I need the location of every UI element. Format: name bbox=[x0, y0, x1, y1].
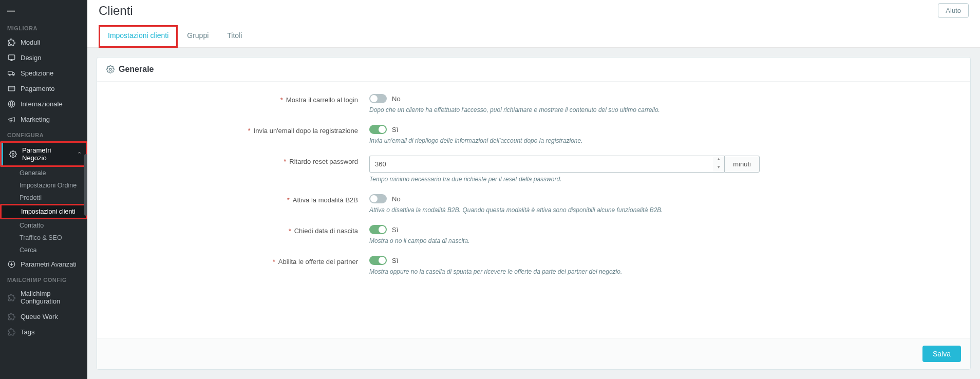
card-icon bbox=[7, 84, 15, 92]
nav-sub-cerca[interactable]: Cerca bbox=[0, 244, 87, 256]
globe-icon bbox=[7, 100, 15, 108]
help-button[interactable]: Aiuto bbox=[938, 3, 969, 18]
svg-rect-0 bbox=[8, 54, 15, 59]
nav-item-queue-work[interactable]: Queue Work bbox=[0, 309, 87, 324]
nav-label: Tags bbox=[21, 328, 83, 336]
nav-item-pagamento[interactable]: Pagamento bbox=[0, 81, 87, 96]
toggle-text-partner: Sì bbox=[392, 257, 398, 264]
nav-label: Moduli bbox=[21, 39, 83, 46]
input-unit-reset_delay: minuti bbox=[724, 156, 760, 173]
plus-circle-icon bbox=[7, 260, 15, 268]
nav-label: Pagamento bbox=[21, 85, 83, 92]
toggle-cart_login[interactable] bbox=[369, 94, 387, 103]
monitor-icon bbox=[7, 53, 15, 62]
svg-point-5 bbox=[13, 74, 14, 76]
sidebar: — MIGLIORAModuliDesignSpedizionePagament… bbox=[0, 0, 87, 379]
nav-item-parametri-negozio[interactable]: Parametri Negozio⌃ bbox=[0, 141, 87, 167]
scrollbar[interactable] bbox=[84, 154, 87, 216]
puzzle-dim-icon bbox=[7, 293, 15, 301]
svg-point-14 bbox=[109, 68, 111, 70]
nav-label: Internazionale bbox=[21, 100, 83, 108]
help-reset_delay: Tempo minimo necessario tra due richiest… bbox=[369, 176, 760, 183]
tab-titoli[interactable]: Titoli bbox=[218, 25, 251, 47]
nav-label: Mailchimp Configuration bbox=[21, 290, 83, 305]
nav-item-moduli[interactable]: Moduli bbox=[0, 34, 87, 50]
nav-item-design[interactable]: Design bbox=[0, 50, 87, 65]
nav-sub-impostazioni-clienti[interactable]: Impostazioni clienti bbox=[0, 204, 87, 219]
gear-icon bbox=[106, 65, 115, 73]
tab-impostazioni-clienti[interactable]: Impostazioni clienti bbox=[99, 25, 178, 48]
puzzle-dim-icon bbox=[7, 328, 15, 336]
megaphone-icon bbox=[7, 115, 15, 123]
svg-point-10 bbox=[12, 153, 14, 155]
puzzle-dim-icon bbox=[7, 312, 15, 320]
help-b2b: Attiva o disattiva la modalità B2B. Quan… bbox=[369, 206, 760, 214]
nav-label: Marketing bbox=[21, 116, 83, 123]
help-birthdate: Mostra o no il campo data di nascita. bbox=[369, 237, 760, 244]
field-label-partner: Abilita le offerte dei partner bbox=[278, 258, 358, 266]
toggle-partner[interactable] bbox=[369, 256, 387, 265]
nav-sub-prodotti[interactable]: Prodotti bbox=[0, 192, 87, 204]
collapse-icon[interactable]: — bbox=[0, 4, 87, 20]
nav-item-internazionale[interactable]: Internazionale bbox=[0, 96, 87, 111]
chevron-up-icon: ⌃ bbox=[77, 151, 82, 158]
nav-sub-impostazioni-ordine[interactable]: Impostazioni Ordine bbox=[0, 179, 87, 192]
nav-item-spedizione[interactable]: Spedizione bbox=[0, 65, 87, 81]
input-reset_delay[interactable] bbox=[369, 156, 713, 173]
toggle-text-cart_login: No bbox=[392, 95, 401, 103]
help-partner: Mostra oppure no la casella di spunta pe… bbox=[369, 268, 760, 275]
tab-gruppi[interactable]: Gruppi bbox=[178, 25, 218, 47]
help-cart_login: Dopo che un cliente ha effettuato l'acce… bbox=[369, 106, 760, 113]
gear-icon bbox=[9, 150, 17, 158]
field-label-email_reg: Invia un'email dopo la registrazione bbox=[254, 127, 358, 135]
puzzle-icon bbox=[7, 38, 15, 46]
nav-label: Parametri Avanzati bbox=[21, 260, 83, 268]
help-email_reg: Invia un'email di riepilogo delle inform… bbox=[369, 137, 760, 144]
nav-sub-traffico-seo[interactable]: Traffico & SEO bbox=[0, 232, 87, 244]
general-panel: Generale *Mostra il carrello al loginNoD… bbox=[97, 57, 971, 370]
toggle-text-email_reg: Sì bbox=[392, 126, 398, 134]
nav-sub-generale[interactable]: Generale bbox=[0, 167, 87, 179]
tabs: Impostazioni clientiGruppiTitoli bbox=[87, 25, 980, 48]
toggle-text-birthdate: Sì bbox=[392, 226, 398, 234]
field-label-cart_login: Mostra il carrello al login bbox=[286, 96, 358, 104]
svg-point-4 bbox=[9, 74, 10, 76]
panel-title: Generale bbox=[119, 65, 154, 74]
nav-item-marketing[interactable]: Marketing bbox=[0, 111, 87, 127]
field-label-b2b: Attiva la modalità B2B bbox=[293, 196, 358, 204]
section-title: MIGLIORA bbox=[0, 20, 87, 34]
truck-icon bbox=[7, 69, 15, 77]
save-button[interactable]: Salva bbox=[922, 346, 961, 362]
spinner-reset_delay[interactable]: ▲▼ bbox=[713, 156, 724, 173]
nav-item-mailchimp-configuration[interactable]: Mailchimp Configuration bbox=[0, 286, 87, 309]
field-label-reset_delay: Ritardo reset password bbox=[289, 158, 358, 165]
toggle-birthdate[interactable] bbox=[369, 225, 387, 234]
section-title: CONFIGURA bbox=[0, 127, 87, 141]
main-area: Clienti Aiuto Impostazioni clientiGruppi… bbox=[87, 0, 980, 379]
nav-item-parametri-avanzati[interactable]: Parametri Avanzati bbox=[0, 256, 87, 272]
nav-label: Spedizione bbox=[21, 69, 83, 77]
toggle-text-b2b: No bbox=[392, 195, 401, 203]
toggle-email_reg[interactable] bbox=[369, 125, 387, 134]
svg-rect-6 bbox=[8, 86, 15, 91]
svg-rect-3 bbox=[8, 71, 12, 74]
nav-label: Parametri Negozio bbox=[22, 146, 72, 162]
field-label-birthdate: Chiedi data di nascita bbox=[294, 227, 358, 235]
nav-sub-contatto[interactable]: Contatto bbox=[0, 219, 87, 232]
nav-label: Queue Work bbox=[21, 313, 83, 320]
section-title: MAILCHIMP CONFIG bbox=[0, 272, 87, 286]
nav-item-tags[interactable]: Tags bbox=[0, 324, 87, 339]
nav-label: Design bbox=[21, 54, 83, 62]
toggle-b2b[interactable] bbox=[369, 194, 387, 203]
page-title: Clienti bbox=[99, 4, 133, 18]
